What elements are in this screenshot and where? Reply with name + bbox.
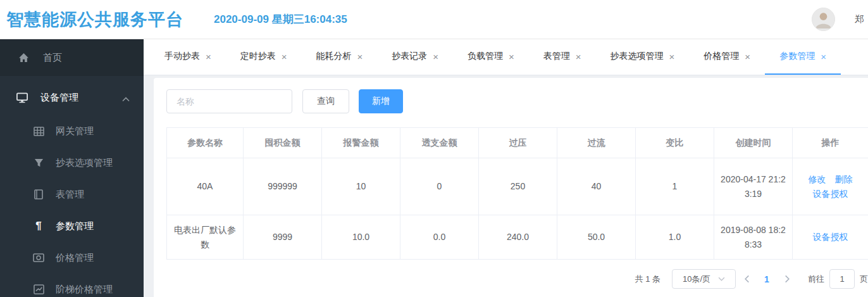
column-header: 变比 — [636, 128, 714, 158]
next-page-button[interactable] — [778, 269, 797, 289]
tab-load-mgmt[interactable]: 负载管理 × — [453, 39, 529, 75]
person-icon — [812, 8, 834, 30]
chevron-up-icon — [122, 93, 130, 104]
tab-close-icon[interactable]: × — [282, 52, 287, 61]
tab-label: 表管理 — [543, 51, 570, 62]
sidebar-item-price-mgmt[interactable]: 价格管理 — [0, 242, 144, 274]
column-header: 操作 — [793, 128, 868, 158]
tab-label: 负载管理 — [468, 51, 503, 62]
table-row: 电表出厂默认参数 9999 10.0 0.0 240.0 50.0 1.0 20… — [167, 215, 868, 260]
column-header: 创建时间 — [714, 128, 793, 158]
cell-overcurrent: 50.0 — [557, 215, 636, 260]
query-button[interactable]: 查询 — [302, 89, 349, 113]
tab-energy-analysis[interactable]: 能耗分析 × — [302, 39, 378, 75]
tab-label: 能耗分析 — [316, 51, 352, 62]
tab-label: 手动抄表 — [164, 51, 200, 62]
sidebar: 首页 设备管理 网关管理 抄表选项管理 表管理 ¶ 参数管理 — [0, 39, 144, 297]
sidebar-item-meter-reading-options[interactable]: 抄表选项管理 — [0, 147, 144, 179]
sidebar-item-label: 网关管理 — [56, 125, 94, 137]
home-icon — [18, 52, 29, 63]
name-search-input[interactable] — [166, 89, 292, 113]
tab-close-icon[interactable]: × — [509, 52, 514, 61]
book-icon — [33, 189, 44, 200]
page-number-1[interactable]: 1 — [757, 274, 776, 284]
sidebar-item-tiered-price-mgmt[interactable]: 阶梯价格管理 — [0, 274, 144, 297]
column-header: 过压 — [479, 128, 557, 158]
cell-overvoltage: 250 — [479, 158, 557, 215]
edit-link[interactable]: 修改 — [809, 172, 826, 187]
tab-close-icon[interactable]: × — [821, 52, 826, 61]
tab-label: 定时抄表 — [240, 51, 276, 62]
cell-alarm-amount: 10.0 — [322, 215, 400, 260]
filter-icon — [33, 157, 44, 168]
user-menu[interactable]: 郑 — [812, 0, 864, 38]
tab-label: 价格管理 — [704, 51, 739, 62]
tab-price-mgmt[interactable]: 价格管理 × — [689, 39, 765, 75]
header-datetime: 2020-09-09 星期三16:04:35 — [214, 12, 347, 27]
table-row: 40A 999999 10 0 250 40 1 2020-04-17 21:2… — [167, 158, 868, 215]
column-header: 过流 — [557, 128, 636, 158]
tab-bar: 手动抄表 × 定时抄表 × 能耗分析 × 抄表记录 × 负载管理 × 表管理 ×… — [144, 39, 868, 75]
line-chart-icon — [33, 284, 44, 295]
cell-created-time: 2019-08-08 18:28:33 — [714, 215, 793, 260]
goto-label: 前往 — [808, 274, 824, 285]
tab-meter-reading-options[interactable]: 抄表选项管理 × — [596, 39, 690, 75]
money-icon — [33, 252, 44, 263]
avatar[interactable] — [812, 8, 835, 31]
pagination: 共 1 条 10条/页 1 前往 页 — [166, 269, 868, 289]
device-authorize-link[interactable]: 设备授权 — [813, 187, 848, 201]
cell-ratio: 1.0 — [636, 215, 714, 260]
device-authorize-link[interactable]: 设备授权 — [813, 230, 848, 244]
main-content: 手动抄表 × 定时抄表 × 能耗分析 × 抄表记录 × 负载管理 × 表管理 ×… — [144, 39, 868, 297]
column-header: 报警金额 — [322, 128, 400, 158]
sidebar-item-gateway-mgmt[interactable]: 网关管理 — [0, 115, 144, 147]
page-size-select[interactable]: 10条/页 — [672, 269, 736, 289]
tab-scheduled-meter-reading[interactable]: 定时抄表 × — [226, 39, 302, 75]
tab-meter-mgmt[interactable]: 表管理 × — [529, 39, 596, 75]
sidebar-item-label: 抄表选项管理 — [56, 157, 113, 169]
column-header: 透支金额 — [400, 128, 479, 158]
total-count: 共 1 条 — [635, 274, 660, 285]
table-header-row: 参数名称 囤积金额 报警金额 透支金额 过压 过流 变比 创建时间 操作 — [167, 128, 868, 158]
tab-parameter-mgmt[interactable]: 参数管理 × — [765, 39, 841, 75]
cell-hoard-amount: 9999 — [244, 215, 322, 260]
sidebar-item-label: 表管理 — [56, 189, 84, 201]
tab-close-icon[interactable]: × — [433, 52, 438, 61]
cell-actions: 设备授权 — [793, 215, 868, 260]
goto-suffix: 页 — [860, 274, 868, 285]
sidebar-item-home[interactable]: 首页 — [0, 39, 144, 76]
page-size-value: 10条/页 — [683, 274, 710, 285]
monitor-icon — [16, 92, 28, 103]
sidebar-item-meter-mgmt[interactable]: 表管理 — [0, 179, 144, 210]
grid-icon — [33, 125, 44, 137]
cell-created-time: 2020-04-17 21:23:19 — [714, 158, 793, 215]
chevron-down-icon — [718, 277, 725, 281]
goto-page-input[interactable] — [829, 269, 855, 289]
tab-close-icon[interactable]: × — [576, 52, 581, 61]
delete-link[interactable]: 删除 — [834, 172, 852, 187]
tab-close-icon[interactable]: × — [669, 52, 675, 61]
cell-actions: 修改 删除 设备授权 — [793, 158, 868, 215]
sidebar-item-parameter-mgmt[interactable]: ¶ 参数管理 — [0, 210, 144, 242]
cell-overcurrent: 40 — [557, 158, 636, 215]
add-button[interactable]: 新增 — [359, 89, 403, 113]
chevron-right-icon — [784, 275, 790, 283]
content-card: 查询 新增 参数名称 囤积金额 报警金额 透支金额 过压 过流 变比 创建时间 — [154, 78, 868, 297]
cell-overvoltage: 240.0 — [479, 215, 557, 260]
tab-meter-reading-records[interactable]: 抄表记录 × — [377, 39, 453, 75]
cell-overdraft-amount: 0.0 — [400, 215, 479, 260]
tab-close-icon[interactable]: × — [357, 52, 363, 61]
sidebar-group-device-mgmt[interactable]: 设备管理 — [0, 80, 144, 115]
column-header: 囤积金额 — [244, 128, 322, 158]
sidebar-item-label: 首页 — [43, 52, 62, 64]
chevron-left-icon — [744, 275, 750, 283]
cell-hoard-amount: 999999 — [244, 158, 322, 215]
prev-page-button[interactable] — [737, 269, 756, 289]
tab-manual-meter-reading[interactable]: 手动抄表 × — [150, 39, 226, 75]
tab-close-icon[interactable]: × — [206, 52, 211, 61]
tab-close-icon[interactable]: × — [745, 52, 750, 61]
cell-param-name: 40A — [167, 158, 244, 215]
cell-param-name: 电表出厂默认参数 — [167, 215, 244, 260]
app-title: 智慧能源公共服务平台 — [6, 8, 183, 31]
column-header: 参数名称 — [167, 128, 244, 158]
